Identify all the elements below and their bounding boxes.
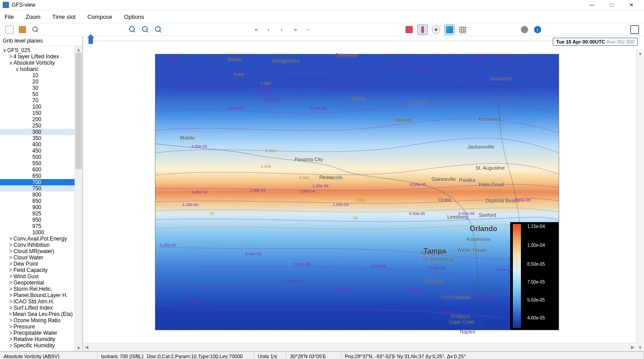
- fullscreen-button[interactable]: [630, 25, 640, 35]
- time-next-button[interactable]: ›: [277, 25, 287, 35]
- tree-item[interactable]: 850: [0, 198, 75, 204]
- tree-item[interactable]: ∨Isobaric: [0, 66, 75, 72]
- time-last-button[interactable]: »: [290, 25, 300, 35]
- tree-item[interactable]: 300: [0, 129, 75, 135]
- scroll-down-icon[interactable]: ▼: [75, 345, 82, 351]
- scroll-down-icon[interactable]: ▼: [636, 344, 644, 351]
- tree-item[interactable]: >ICAO Std.Atm.H.: [0, 298, 75, 305]
- tree-item[interactable]: 925: [0, 210, 75, 217]
- tree-item[interactable]: 10: [0, 72, 75, 79]
- tree-item[interactable]: >Mean Sea Lev.Pres.(Eta): [0, 311, 75, 317]
- tree-item[interactable]: >Wind Gust: [0, 273, 75, 280]
- chevron-right-icon[interactable]: >: [8, 298, 13, 305]
- chevron-right-icon[interactable]: >: [8, 311, 13, 317]
- chevron-right-icon[interactable]: >: [8, 53, 13, 60]
- precip-toggle[interactable]: [444, 24, 455, 35]
- tree-item[interactable]: >Storm Rel.Helic.: [0, 286, 75, 292]
- tree-item[interactable]: >Relative Humidity: [0, 336, 75, 342]
- tree-item[interactable]: 50: [0, 91, 75, 97]
- tree-item[interactable]: >Specific Humidity: [0, 342, 75, 349]
- tree-item[interactable]: ∨GFS_025: [0, 47, 75, 53]
- timeline[interactable]: Tue 10 Apr 00:00UTC Run 00z 000: [83, 36, 644, 49]
- open-file-button[interactable]: [4, 25, 14, 35]
- chevron-right-icon[interactable]: >: [8, 236, 13, 242]
- time-first-button[interactable]: «: [251, 25, 260, 35]
- tree-item[interactable]: 150: [0, 110, 75, 116]
- tree-item[interactable]: >Ozone Mixing Ratio: [0, 317, 75, 324]
- time-play-button[interactable]: →: [303, 25, 313, 35]
- tree-item[interactable]: 500: [0, 154, 75, 160]
- tree-item[interactable]: 70: [0, 97, 75, 104]
- tree-item[interactable]: >Field Capacity: [0, 267, 75, 273]
- tree-item[interactable]: 100: [0, 104, 75, 110]
- grid-toggle[interactable]: [458, 25, 468, 35]
- chevron-right-icon[interactable]: >: [8, 317, 13, 324]
- tree-item[interactable]: 350: [0, 135, 75, 141]
- tree-item[interactable]: >Dew Point: [0, 261, 75, 267]
- scroll-right-icon[interactable]: ▶: [629, 343, 636, 351]
- chevron-right-icon[interactable]: >: [8, 330, 13, 336]
- wind-flag-toggle[interactable]: [404, 25, 414, 35]
- tree-item[interactable]: >Conv.Avail.Pot.Energy: [0, 236, 75, 242]
- scroll-left-icon[interactable]: ◀: [83, 343, 90, 351]
- chevron-right-icon[interactable]: >: [8, 254, 13, 261]
- chevron-right-icon[interactable]: >: [8, 286, 13, 292]
- tree-item[interactable]: >Precipitable Water: [0, 330, 75, 336]
- tree-scrollbar[interactable]: ▲ ▼: [75, 46, 82, 351]
- chevron-right-icon[interactable]: >: [8, 248, 13, 254]
- search-button[interactable]: [31, 25, 40, 35]
- tree-item[interactable]: 250: [0, 123, 75, 129]
- tree-item[interactable]: >Planet.Bound.Layer H.: [0, 292, 75, 298]
- tree-item[interactable]: 550: [0, 160, 75, 166]
- tree-item[interactable]: 750: [0, 185, 75, 192]
- tree-item[interactable]: 900: [0, 204, 75, 210]
- tree-item[interactable]: 650: [0, 173, 75, 179]
- tree-item[interactable]: 400: [0, 141, 75, 148]
- menu-zoom[interactable]: Zoom: [24, 13, 42, 21]
- tree-item[interactable]: 200: [0, 116, 75, 123]
- tree-item[interactable]: 30: [0, 85, 75, 91]
- chevron-right-icon[interactable]: >: [8, 242, 13, 248]
- scroll-up-icon[interactable]: ▲: [636, 49, 644, 57]
- chevron-down-icon[interactable]: ∨: [2, 47, 7, 53]
- chevron-down-icon[interactable]: ∨: [14, 66, 20, 72]
- menu-time-slot[interactable]: Time slot: [50, 13, 77, 21]
- tree-item[interactable]: ∨Absolute Vorticity: [0, 60, 75, 66]
- tree-item[interactable]: 20: [0, 79, 75, 85]
- timeline-handle[interactable]: [88, 37, 93, 44]
- tree-item[interactable]: 600: [0, 166, 75, 173]
- chevron-right-icon[interactable]: >: [8, 336, 13, 342]
- chevron-right-icon[interactable]: >: [8, 324, 13, 330]
- menu-compose[interactable]: Compose: [85, 13, 114, 21]
- main-v-scrollbar[interactable]: ▲ ▼: [636, 49, 644, 351]
- tree-item[interactable]: >Geopotential: [0, 280, 75, 286]
- tree-item[interactable]: 975: [0, 223, 75, 229]
- tree-item[interactable]: >Cloud Water: [0, 254, 75, 261]
- tree-item[interactable]: >4 layer Lifted Index: [0, 53, 75, 60]
- scroll-thumb[interactable]: [75, 53, 82, 169]
- chevron-right-icon[interactable]: >: [8, 261, 13, 267]
- chevron-right-icon[interactable]: >: [8, 342, 13, 349]
- storm-toggle[interactable]: [431, 25, 441, 35]
- tree-item[interactable]: 700: [0, 179, 75, 185]
- chevron-right-icon[interactable]: >: [8, 267, 13, 273]
- window-minimize-button[interactable]: —: [582, 0, 602, 10]
- zoom-fit-button[interactable]: [154, 25, 163, 35]
- calendar-button[interactable]: [18, 25, 27, 35]
- settings-button[interactable]: [520, 25, 529, 35]
- tree-item[interactable]: >Surf.Lifted Index: [0, 305, 75, 311]
- chevron-right-icon[interactable]: >: [8, 273, 13, 280]
- tree-item[interactable]: 950: [0, 217, 75, 223]
- chevron-right-icon[interactable]: >: [8, 305, 13, 311]
- tree-item[interactable]: 800: [0, 192, 75, 198]
- zoom-out-button[interactable]: [141, 25, 150, 35]
- zoom-in-button[interactable]: [128, 25, 137, 35]
- chevron-right-icon[interactable]: >: [8, 292, 13, 298]
- tree-item[interactable]: >Pressure: [0, 324, 75, 330]
- window-maximize-button[interactable]: □: [602, 0, 622, 10]
- tree-item[interactable]: >Conv.INhibition: [0, 242, 75, 248]
- time-prev-button[interactable]: ‹: [264, 25, 273, 35]
- info-button[interactable]: i: [533, 25, 543, 35]
- tree-item[interactable]: 1000: [0, 229, 75, 236]
- scroll-up-icon[interactable]: ▲: [75, 46, 82, 53]
